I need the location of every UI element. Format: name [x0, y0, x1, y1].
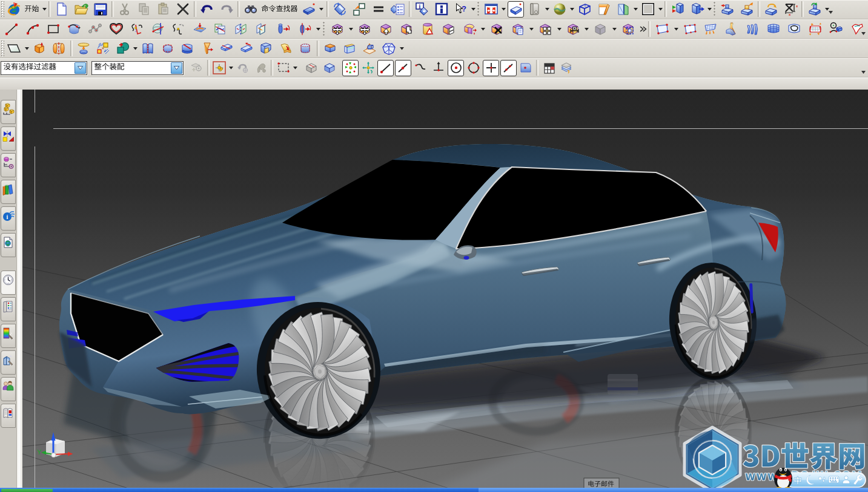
dropdown-caret[interactable] — [501, 1, 506, 18]
resource-bar-splitter[interactable] — [17, 90, 22, 488]
button-mesh-pins[interactable] — [702, 21, 719, 38]
button-cube-gray[interactable] — [592, 21, 609, 38]
button-snap-pline[interactable] — [500, 60, 517, 76]
button-bg-square[interactable] — [640, 1, 657, 18]
resource-tab-constraint-navigator[interactable] — [1, 126, 16, 151]
dropdown-caret[interactable] — [42, 1, 47, 18]
dropdown-caret[interactable] — [315, 21, 322, 38]
button-tool-block[interactable] — [526, 1, 543, 18]
dropdown-caret[interactable] — [528, 21, 535, 38]
button-tube[interactable] — [297, 40, 314, 57]
toolbar-overflow-caret[interactable] — [828, 6, 833, 10]
button-face-analysis[interactable] — [595, 1, 612, 18]
button-snap-face[interactable] — [517, 59, 534, 76]
selection-filter-combo[interactable] — [1, 61, 87, 75]
button-swept[interactable] — [723, 21, 740, 38]
button-snapbox-red[interactable] — [211, 59, 228, 76]
button-sphere-curve-box[interactable] — [827, 21, 844, 38]
command-finder-label[interactable] — [260, 4, 299, 15]
button-project-curve[interactable] — [191, 21, 208, 38]
dropdown-caret[interactable] — [480, 21, 486, 38]
selection-filter-combo-dropdown[interactable] — [75, 62, 86, 74]
button-copy[interactable] — [136, 1, 153, 18]
button-save[interactable] — [92, 1, 109, 18]
button-gray-hand[interactable] — [252, 59, 269, 76]
button-saucer[interactable] — [75, 40, 92, 57]
scope-filter-combo-dropdown[interactable] — [171, 62, 182, 74]
button-pull-face[interactable] — [738, 1, 755, 18]
button-undo[interactable] — [199, 1, 216, 18]
button-snap-scatter[interactable] — [342, 60, 359, 76]
button-pc-move[interactable] — [356, 21, 373, 38]
button-clip-section[interactable] — [615, 1, 632, 18]
button-marquee[interactable] — [275, 59, 292, 76]
button-snap-mid[interactable] — [395, 60, 411, 76]
resource-tab-part-navigator[interactable] — [1, 153, 16, 177]
button-boolean[interactable] — [114, 40, 131, 57]
button-quad-surface[interactable] — [654, 21, 671, 38]
button-offset-region[interactable] — [763, 1, 780, 18]
dropdown-caret[interactable] — [319, 1, 324, 18]
button-trim-sheet[interactable] — [786, 21, 803, 38]
dropdown-caret[interactable] — [556, 21, 563, 38]
resource-tab-web-browser[interactable] — [1, 233, 16, 257]
resource-tab-reuse-library[interactable] — [1, 180, 16, 204]
button-render-sphere[interactable] — [551, 1, 568, 18]
dropdown-caret[interactable] — [293, 59, 298, 76]
button-profile-heart[interactable] — [108, 21, 125, 38]
dropdown-caret[interactable] — [633, 1, 638, 18]
dropdown-caret[interactable] — [545, 1, 550, 18]
button-hook2[interactable] — [170, 21, 187, 38]
button-info-diamond[interactable]: i — [414, 1, 431, 18]
button-offset-box[interactable] — [322, 40, 339, 57]
button-datum-plane[interactable] — [5, 40, 22, 57]
button-snap-center[interactable] — [448, 60, 464, 76]
button-filter-plane[interactable] — [188, 59, 205, 76]
button-studio-spline[interactable] — [66, 21, 83, 38]
dropdown-caret[interactable] — [133, 40, 138, 57]
resource-tab-hd3d-tool[interactable]: i — [1, 206, 16, 231]
dropdown-caret[interactable] — [658, 1, 663, 18]
button-redo[interactable] — [218, 1, 235, 18]
dropdown-caret[interactable] — [673, 21, 680, 38]
button-new-file[interactable] — [53, 1, 70, 18]
resource-tab-assembly-navigator[interactable] — [1, 100, 16, 124]
dropdown-caret[interactable] — [569, 1, 575, 18]
button-sheet-redline[interactable] — [179, 40, 196, 57]
dropdown-caret[interactable] — [707, 1, 712, 18]
dropdown-caret[interactable] — [24, 40, 30, 57]
dropdown-caret[interactable] — [611, 21, 618, 38]
button-grid-table[interactable] — [540, 59, 557, 76]
button-snap-end[interactable] — [377, 60, 394, 76]
button-layout-squares[interactable] — [351, 1, 368, 18]
dropdown-caret[interactable] — [471, 1, 476, 18]
button-pc-frame[interactable] — [620, 21, 637, 38]
button-snap-move-teal[interactable] — [360, 59, 377, 76]
button-fit-view[interactable] — [483, 1, 500, 18]
button-cut[interactable] — [116, 1, 133, 18]
button-blue-cube-t[interactable] — [321, 59, 338, 76]
button-switch-window[interactable] — [331, 1, 348, 18]
button-shaded-edges[interactable] — [508, 1, 524, 18]
button-box-dashed[interactable] — [159, 40, 176, 57]
button-help-cursor[interactable]: ? — [452, 1, 469, 18]
button-info-box[interactable] — [433, 1, 450, 18]
button-mirror-geom[interactable] — [233, 21, 250, 38]
button-ribs-surface[interactable] — [744, 21, 761, 38]
button-delete-x[interactable] — [174, 1, 191, 18]
button-snap-cross[interactable] — [430, 59, 447, 76]
button-combine-curve[interactable] — [212, 21, 229, 38]
overflow-chevron[interactable] — [638, 21, 647, 38]
button-gray-undo2[interactable] — [234, 59, 251, 76]
button-extrude-mini[interactable] — [300, 1, 317, 18]
button-pc-split[interactable] — [440, 21, 457, 38]
ime-toolbar[interactable] — [786, 473, 866, 487]
button-cyl-tri[interactable] — [419, 21, 436, 38]
button-wireframe-cube[interactable] — [576, 1, 593, 18]
button-layer-stack[interactable] — [558, 59, 575, 76]
button-win-inout[interactable] — [669, 1, 686, 18]
button-extrude[interactable] — [31, 40, 48, 57]
button-rectangle[interactable] — [45, 21, 62, 38]
start-menu-label[interactable] — [24, 4, 42, 15]
dropdown-caret[interactable] — [583, 21, 590, 38]
